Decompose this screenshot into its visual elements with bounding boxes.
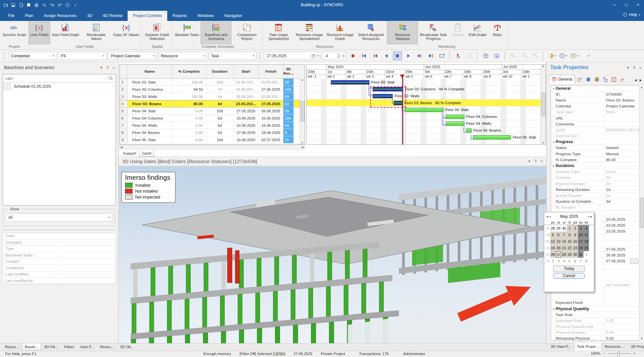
table-row[interactable]: 9Floor 05: Slab0.0010d19.06.202502.07.20… — [120, 136, 305, 143]
calendar-day-cell[interactable]: 18 — [583, 238, 589, 245]
panel-tab-1[interactable]: Baseli... — [22, 344, 41, 350]
calendar-day-cell[interactable]: 10 — [578, 232, 583, 238]
property-row[interactable]: Physical Quantity0.00 — [551, 330, 639, 336]
chevron-down-icon[interactable]: ▾ — [627, 66, 629, 70]
ribbon-button-resource-usage-spreadsheet[interactable]: Resource Usage Spreadsheet — [294, 22, 325, 44]
tab-general[interactable]: General — [549, 75, 575, 84]
record-button[interactable] — [349, 51, 357, 60]
skip-end-button[interactable] — [426, 51, 435, 60]
pin-icon[interactable] — [534, 159, 538, 163]
column-header-6[interactable]: 3D Res... — [283, 65, 294, 78]
focus-down-button[interactable] — [492, 51, 501, 60]
calendar-day-cell[interactable]: 31 — [578, 251, 583, 258]
qa-undo-button[interactable]: ▾ — [50, 3, 54, 8]
property-row[interactable]: Duration TypeFixed — [551, 169, 639, 175]
calendar-day-cell[interactable]: 29 — [567, 251, 572, 258]
tab-paperclip[interactable] — [576, 75, 584, 84]
property-row[interactable]: StatusStarted — [551, 145, 639, 151]
property-value[interactable] — [604, 133, 639, 139]
gantt-bar[interactable] — [331, 80, 369, 85]
property-value[interactable] — [604, 205, 639, 210]
column-header-5[interactable]: Finish — [259, 65, 283, 78]
gantt-bar[interactable] — [473, 135, 511, 140]
skip-start-button[interactable] — [360, 51, 368, 60]
resume-flag-button[interactable] — [454, 51, 463, 60]
toolbar-grip[interactable] — [4, 52, 6, 60]
toolbar-grip[interactable] — [259, 52, 261, 60]
auto-filter-button[interactable]: AUTO▾ — [570, 51, 579, 60]
resize-grip[interactable]: ⋰ — [638, 352, 641, 355]
table-row[interactable]: 2Floor 03: Columns94.507d16.05.202...27.… — [120, 86, 305, 93]
calendar-day-cell[interactable]: 24 — [578, 245, 583, 251]
property-value[interactable]: 2d — [604, 181, 639, 186]
step-fwd-button[interactable] — [415, 51, 424, 60]
ribbon-button-task-usage-spreadsheet[interactable]: Task Usage Spreadsheet — [263, 22, 294, 44]
filter-dropdown-0[interactable]: Completed▾ — [9, 52, 56, 60]
property-value[interactable] — [604, 324, 639, 329]
calendar-day-cell[interactable]: 23 — [572, 245, 578, 251]
qa-print-button[interactable] — [34, 3, 39, 8]
property-row[interactable]: External UID — [551, 133, 639, 139]
ribbon-button-recalculate-task-progress[interactable]: %Recalculate Task Progress — [418, 22, 449, 44]
property-value[interactable]: Fixed — [604, 169, 639, 175]
qa-new-page-button[interactable]: ▾ — [19, 3, 23, 8]
menu-item-navigator[interactable]: Navigator — [219, 11, 247, 21]
property-row[interactable]: Expected Finish — [551, 300, 639, 306]
gantt-bar[interactable] — [466, 128, 472, 133]
close-icon[interactable]: × — [113, 66, 115, 70]
gantt-bar[interactable] — [446, 122, 464, 126]
calendar-day-cell[interactable]: 28 — [561, 251, 567, 258]
table-row[interactable]: 3Floor 03: Walls100.005d16.05.202...22.0… — [120, 93, 305, 100]
step-back-button[interactable] — [371, 51, 380, 60]
contrast-button[interactable]: ▾ — [547, 51, 556, 60]
baseline-property-row[interactable]: Type — [3, 246, 116, 252]
calendar-day-cell[interactable]: 13 — [556, 238, 561, 245]
column-header-2[interactable]: % Complete — [172, 65, 206, 78]
tab-scroll-arrows[interactable]: ◀▶ — [635, 78, 642, 84]
ribbon-button-resource-statuses[interactable]: Resource Statuses — [387, 22, 418, 44]
calendar-day-cell[interactable]: 1 — [583, 251, 589, 258]
menu-item-4d-review[interactable]: 4D Review — [98, 11, 128, 21]
qa-redo-button[interactable] — [57, 3, 62, 8]
toolbar-grip[interactable] — [477, 52, 478, 60]
property-value[interactable]: BDEEF560-12E7-4... — [604, 127, 639, 133]
property-value[interactable] — [604, 294, 639, 300]
chevron-down-icon[interactable]: ▾ — [100, 66, 102, 70]
property-row[interactable]: Physical Quantity Unit — [551, 324, 639, 330]
calendar-day-cell[interactable]: 4 — [561, 258, 567, 264]
property-value[interactable] — [604, 288, 639, 293]
calendar-day-cell[interactable]: 3 — [556, 258, 561, 264]
qa-more-button[interactable] — [73, 3, 78, 8]
menu-item-file[interactable]: File — [3, 11, 20, 21]
calendar-day-cell[interactable]: 6 — [556, 232, 561, 238]
baseline-property-row[interactable]: Baselined Tasks — [3, 252, 116, 259]
calendar-day-cell[interactable]: 30 — [572, 251, 578, 258]
calendar-day-cell[interactable]: 21 — [561, 245, 567, 251]
close-icon[interactable]: × — [639, 66, 641, 70]
baseline-property-row[interactable]: Last modified — [3, 271, 116, 278]
baseline-property-row[interactable]: Color — [3, 233, 116, 239]
panel-tab-5[interactable]: Resou... — [97, 344, 117, 350]
calendar-day-cell[interactable]: 2 — [550, 258, 556, 264]
panel-tab-0[interactable]: Resou... — [2, 344, 22, 350]
menu-item-plan[interactable]: Plan — [20, 11, 38, 21]
calendar-day-cell[interactable]: 26 — [550, 251, 556, 258]
focus-up-button[interactable] — [481, 51, 490, 60]
qa-help-circle-button[interactable]: ? — [65, 3, 70, 8]
menu-item-assign-resources[interactable]: Assign Resources — [38, 11, 82, 21]
calendar-day-cell[interactable]: 25 — [583, 245, 589, 251]
qa-synchro-book-button[interactable] — [26, 3, 31, 8]
qa-settings-gears-button[interactable] — [42, 3, 47, 8]
property-row[interactable]: Actual Duration2d — [551, 193, 639, 198]
properties-scrollbar[interactable]: ▲▼ — [639, 85, 644, 341]
filter-dropdown-3[interactable]: Resource▾ — [159, 52, 206, 60]
ribbon-button-comparison-report[interactable]: Comparison Report — [231, 22, 262, 44]
splitter[interactable] — [3, 230, 115, 232]
3d-model-canvas[interactable]: Imerso findings InstalledNot installedNo… — [119, 166, 546, 343]
property-row[interactable]: Remaining Physical ...0.00 — [551, 336, 639, 341]
help-menu[interactable]: ? Help ▾ — [623, 12, 640, 17]
ribbon-button-baselines-and-scenarios[interactable]: Baselines and Scenarios — [201, 22, 231, 44]
maximize-button[interactable]: □ — [620, 0, 632, 10]
ribbon-button-user-field-graph[interactable]: {}User Field Graph — [50, 22, 81, 44]
close-icon[interactable]: × — [541, 159, 543, 163]
